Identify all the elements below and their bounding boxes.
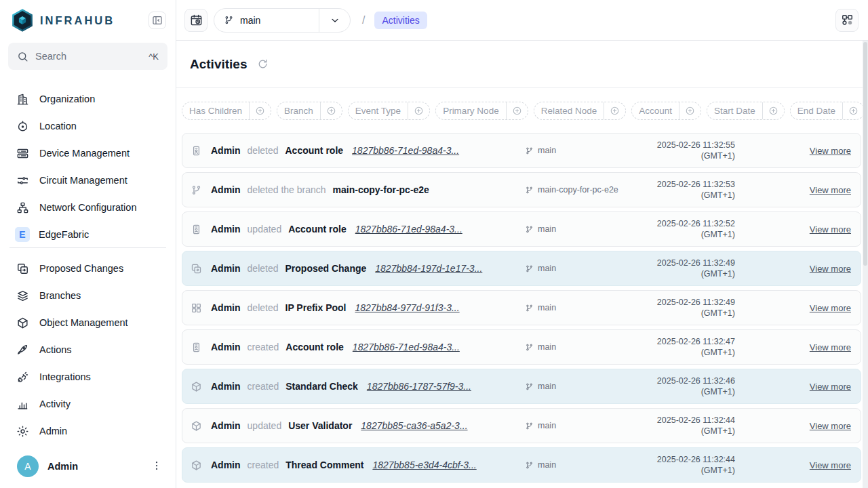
sidebar-item-circuit-management[interactable]: Circuit Management [0,167,176,194]
sidebar-item-label: Branches [39,290,81,301]
sidebar-item-label: Device Management [39,148,130,159]
activity-actor: Admin [211,420,241,431]
page-title: Activities [190,57,247,72]
activity-object-id-link[interactable]: 1827bb84-977d-91f3-3... [355,302,460,313]
building-icon [16,93,29,106]
refresh-button[interactable] [256,58,269,72]
activity-object-type: Account role [288,224,347,235]
activity-branch: main-copy-for-pc-e2e [525,185,640,195]
activity-timestamp: 2025-02-26 11:32:47(GMT+1) [640,336,735,359]
plus-circle-icon [848,106,859,116]
activity-row[interactable]: Admindeleted the branchmain-copy-for-pc-… [182,172,861,207]
view-more-link[interactable]: View more [735,303,861,313]
view-more-link[interactable]: View more [735,146,861,156]
scrollbar-thumb[interactable] [863,42,867,266]
server-icon [16,147,29,160]
add-filter-button[interactable] [408,102,429,119]
sidebar-item-location[interactable]: Location [0,113,176,140]
filter-chip-has-children[interactable]: Has Children [182,102,271,120]
user-menu-button[interactable] [149,458,165,474]
view-more-link[interactable]: View more [735,264,861,274]
activity-row[interactable]: AdmindeletedIP Prefix Pool1827bb84-977d-… [182,290,861,325]
view-more-link[interactable]: View more [735,382,861,392]
filter-chip-primary-node[interactable]: Primary Node [435,102,528,120]
activity-row[interactable]: AdminupdatedAccount role1827bb86-71ed-98… [182,211,861,247]
add-filter-button[interactable] [604,102,625,119]
activity-row[interactable]: AdmincreatedAccount role1827bb86-71ed-98… [182,329,861,365]
branch-selector-caret[interactable] [319,9,350,32]
refresh-icon [257,58,269,70]
activity-object-id-link[interactable]: 1827bb86-71ed-98a4-3... [355,224,462,235]
sidebar-item-actions[interactable]: Actions [0,336,176,363]
git-branch-icon [525,304,534,312]
add-filter-button[interactable] [679,102,701,119]
branch-selector[interactable]: main [214,8,351,33]
view-more-link[interactable]: View more [735,460,861,470]
rocket-icon [16,344,29,357]
gear-icon [16,425,29,438]
sidebar-item-admin[interactable]: Admin [0,418,176,445]
filter-chip-related-node[interactable]: Related Node [534,102,627,120]
sidebar-item-device-management[interactable]: Device Management [0,140,176,167]
id-badge-icon [191,224,202,235]
sidebar-item-activity[interactable]: Activity [0,390,176,418]
activity-row[interactable]: AdmindeletedProposed Change1827bb84-197d… [182,251,861,286]
breadcrumb-current[interactable]: Activities [374,12,427,29]
plug-icon [16,371,29,384]
schema-button[interactable] [835,9,859,32]
sidebar-item-integrations[interactable]: Integrations [0,363,176,390]
activity-row[interactable]: AdmincreatedStandard Check1827bb86-1787-… [182,369,861,404]
activity-object-id-link[interactable]: 1827bb85-ca36-a5a2-3... [361,420,467,431]
filter-chip-start-date[interactable]: Start Date [707,102,785,120]
filter-chip-branch[interactable]: Branch [277,102,342,120]
activity-object-id-link[interactable]: 1827bb85-e3d4-4cbf-3... [372,460,476,470]
activity-object-id-link[interactable]: 1827bb86-71ed-98a4-3... [353,342,460,352]
sidebar-collapse-button[interactable] [149,12,166,29]
activity-timestamp: 2025-02-26 11:32:52(GMT+1) [640,218,735,241]
filter-chip-event-type[interactable]: Event Type [348,102,430,120]
circuit-icon [16,174,29,187]
activity-actor: Admin [211,224,241,235]
sidebar-item-proposed-changes[interactable]: Proposed Changes [0,255,176,282]
activity-verb: deleted [248,263,279,274]
activity-object-id-link[interactable]: 1827bb84-197d-1e17-3... [375,263,482,274]
activity-row[interactable]: AdminupdatedUser Validator1827bb85-ca36-… [182,408,861,443]
activity-row[interactable]: AdmindeletedAccount role1827bb86-71ed-98… [182,133,861,168]
activity-object-id-link[interactable]: 1827bb86-71ed-98a4-3... [352,145,459,156]
breadcrumb-separator: / [362,14,365,26]
activity-object-id-link[interactable]: 1827bb86-1787-57f9-3... [367,381,471,392]
filter-label: Primary Node [436,106,506,116]
sidebar-item-network-configuration[interactable]: Network Configuration [0,194,176,221]
activity-branch: main [525,303,640,312]
filter-chip-account[interactable]: Account [631,102,701,120]
view-more-link[interactable]: View more [735,342,861,352]
sidebar-item-label: EdgeFabric [39,229,89,240]
kebab-icon [151,460,163,472]
sidebar-item-organization[interactable]: Organization [0,85,176,113]
sidebar-item-edgefabric[interactable]: EEdgeFabric [0,221,176,247]
add-filter-button[interactable] [762,102,784,119]
filter-label: Related Node [534,106,604,116]
add-filter-button[interactable] [506,102,528,119]
git-branch-icon [191,184,202,196]
filter-label: Branch [277,106,320,116]
calendar-clock-icon [190,14,203,26]
filter-chip-end-date[interactable]: End Date [790,102,865,120]
add-filter-button[interactable] [249,102,271,119]
search-input[interactable]: Search ^K [8,43,167,70]
view-more-link[interactable]: View more [735,224,861,235]
app-root: INFRAHUB Search ^K OrganizationLocationD… [0,0,868,488]
activity-row[interactable]: AdmincreatedThread Comment1827bb85-e3d4-… [182,447,861,483]
view-more-link[interactable]: View more [735,421,861,431]
plus-circle-icon [685,106,695,116]
sidebar-item-object-management[interactable]: Object Management [0,309,176,336]
add-filter-button[interactable] [842,102,864,119]
add-filter-button[interactable] [320,102,342,119]
id-badge-icon [191,342,202,353]
scrollbar[interactable] [863,41,868,488]
activity-timestamp: 2025-02-26 11:32:53(GMT+1) [640,179,735,201]
sidebar-item-branches[interactable]: Branches [0,282,176,309]
activity-verb: deleted [248,302,279,313]
time-travel-button[interactable] [184,9,208,32]
view-more-link[interactable]: View more [735,185,861,195]
